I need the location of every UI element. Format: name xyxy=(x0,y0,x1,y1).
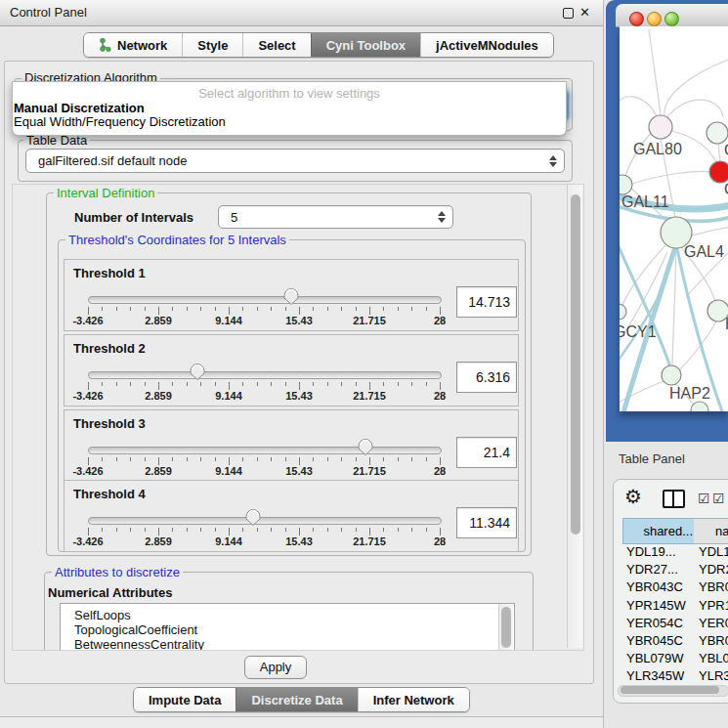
slider-tick xyxy=(242,307,243,311)
tab-label: Cyni Toolbox xyxy=(326,38,406,53)
split-view-icon[interactable] xyxy=(663,490,685,508)
attribute-list-item[interactable]: TopologicalCoefficient xyxy=(74,622,197,637)
slider-thumb[interactable] xyxy=(283,288,299,306)
settings-scrollbar-thumb[interactable] xyxy=(571,194,580,535)
threshold-value-field[interactable]: 11.344 xyxy=(456,507,517,538)
slider-track[interactable] xyxy=(88,371,442,379)
attribute-list-item[interactable]: BetweennessCentrality xyxy=(74,637,204,651)
stepper-icon[interactable] xyxy=(546,153,559,169)
slider-tick xyxy=(356,382,357,386)
cell-shared-name: YER054C xyxy=(626,616,683,630)
table-horizontal-scrollbar-thumb[interactable] xyxy=(621,686,719,694)
number-of-intervals-value: 5 xyxy=(219,210,435,225)
slider-tick xyxy=(383,528,384,532)
slider-tick xyxy=(130,457,131,461)
network-node[interactable] xyxy=(691,402,708,411)
slider-tick-label: 2.859 xyxy=(129,315,188,326)
slider-tick xyxy=(299,382,300,390)
slider-tick xyxy=(327,382,328,386)
network-node[interactable] xyxy=(707,122,728,144)
slider-thumb[interactable] xyxy=(190,364,205,381)
slider-track[interactable] xyxy=(88,517,442,525)
tab-label: Infer Network xyxy=(373,693,454,707)
network-node-label: GAL11 xyxy=(621,193,669,210)
network-node[interactable] xyxy=(620,304,626,320)
network-node[interactable] xyxy=(709,161,728,183)
slider-tick xyxy=(313,457,314,461)
network-node-label: GA xyxy=(724,142,728,158)
settings-scrollbar[interactable] xyxy=(567,185,582,648)
numerical-attributes-list[interactable]: SelfLoopsTopologicalCoefficientBetweenne… xyxy=(60,603,515,651)
algorithm-menu-item[interactable]: Equal Width/Frequency Discretization xyxy=(14,114,226,128)
slider-tick xyxy=(145,528,146,532)
cell-shared-name: YBR043C xyxy=(626,579,683,594)
tab-discretize-data[interactable]: Discretize Data xyxy=(236,688,357,711)
slider-tick xyxy=(313,307,314,311)
slider-track[interactable] xyxy=(88,447,442,454)
table-row[interactable]: YLR345WYLR3 xyxy=(622,668,728,685)
apply-button[interactable]: Apply xyxy=(244,656,307,679)
slider-tick xyxy=(158,457,159,465)
slider-tick xyxy=(383,382,384,386)
tab-network[interactable]: Network xyxy=(84,33,182,57)
column-header-name[interactable]: na xyxy=(694,518,728,544)
network-node[interactable] xyxy=(662,365,681,385)
zoom-traffic-light-icon[interactable] xyxy=(664,12,679,26)
slider-thumb[interactable] xyxy=(245,509,261,527)
slider-track[interactable] xyxy=(88,296,442,304)
stepper-icon[interactable] xyxy=(435,209,448,225)
table-row[interactable]: YBL079WYBL0 xyxy=(622,651,728,668)
slider-tick xyxy=(229,457,230,465)
minimize-traffic-light-icon[interactable] xyxy=(647,12,662,26)
table-row[interactable]: YPR145WYPR1 xyxy=(622,598,728,616)
table-row[interactable]: YBR045CYBR0 xyxy=(622,633,728,651)
tab-impute-data[interactable]: Impute Data xyxy=(134,688,236,711)
network-window-titlebar xyxy=(616,4,728,27)
table-row[interactable]: YDR27...YDR2 xyxy=(622,562,728,579)
network-canvas[interactable]: GAL80GACGAL11GAL4GCY1HHAP2 xyxy=(620,26,728,411)
float-window-icon[interactable] xyxy=(563,8,574,19)
tab-jactivemnodules[interactable]: jActiveMNodules xyxy=(420,33,553,57)
slider-tick xyxy=(369,528,370,535)
table-row[interactable]: YER054CYER0 xyxy=(622,616,728,633)
slider-tick xyxy=(285,382,286,386)
slider-tick xyxy=(130,382,131,386)
slider-tick xyxy=(116,382,117,386)
attribute-list-item[interactable]: SelfLoops xyxy=(74,608,131,622)
list-scrollbar[interactable] xyxy=(498,604,513,651)
slider-tick xyxy=(299,457,300,465)
threshold-row: Threshold 1-3.4262.8599.14415.4321.71528… xyxy=(64,259,519,331)
tab-cyni-toolbox[interactable]: Cyni Toolbox xyxy=(311,33,420,57)
list-scrollbar-thumb[interactable] xyxy=(501,607,511,648)
slider-tick-label: 2.859 xyxy=(129,535,188,547)
gear-icon[interactable]: ⚙ xyxy=(624,487,642,506)
close-icon[interactable]: ✕ xyxy=(579,5,590,20)
slider-tick xyxy=(440,528,441,535)
network-node[interactable] xyxy=(620,175,632,194)
table-row[interactable]: YBR043CYBR0 xyxy=(622,579,728,597)
slider-tick-label: 2.859 xyxy=(129,390,188,402)
slider-tick xyxy=(187,528,188,532)
cell-shared-name: YBR045C xyxy=(626,633,683,648)
number-of-intervals-combobox[interactable]: 5 xyxy=(218,205,453,229)
threshold-value-field[interactable]: 6.316 xyxy=(456,362,517,393)
table-data-combobox[interactable]: galFiltered.sif default node xyxy=(25,149,565,173)
tab-select[interactable]: Select xyxy=(242,33,310,57)
threshold-value-field[interactable]: 14.713 xyxy=(456,286,517,318)
network-edge xyxy=(620,97,657,116)
tab-infer-network[interactable]: Infer Network xyxy=(358,688,469,711)
slider-thumb[interactable] xyxy=(358,439,373,456)
slider-tick xyxy=(299,307,300,315)
table-row[interactable]: YDL19...YDL1 xyxy=(622,544,728,562)
algorithm-menu-item[interactable]: Manual Discretization xyxy=(14,101,145,114)
slider-tick xyxy=(271,528,272,532)
threshold-value-field[interactable]: 21.4 xyxy=(456,437,517,468)
network-node[interactable] xyxy=(649,115,672,139)
checkbox-checked-icon[interactable]: ☑ xyxy=(712,491,725,506)
slider-tick xyxy=(102,457,103,461)
column-header-shared-name[interactable]: shared... xyxy=(622,518,701,544)
slider-tick xyxy=(187,382,188,386)
close-traffic-light-icon[interactable] xyxy=(629,12,644,26)
tab-style[interactable]: Style xyxy=(182,33,242,57)
checkbox-checked-icon[interactable]: ☑ xyxy=(698,491,710,506)
